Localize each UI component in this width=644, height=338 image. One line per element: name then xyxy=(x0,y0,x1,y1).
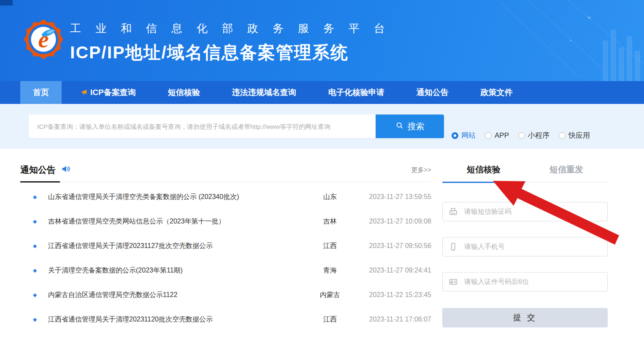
main-nav: 首页 ICP备案查询 短信核验 违法违规域名查询 电子化核验申请 通知公告 政策… xyxy=(0,81,644,104)
megaphone-icon xyxy=(81,88,87,97)
announcements-list: ◆ 山东省通信管理局关于清理空壳类备案数据的公示 (202340批次) 山东 2… xyxy=(20,185,431,332)
phone-icon xyxy=(449,242,458,251)
search-icon xyxy=(395,121,404,132)
nav-item-label: ICP备案查询 xyxy=(90,87,136,98)
radio-circle xyxy=(559,132,566,139)
search-section: 搜索 网站 APP 小程序 快应用 xyxy=(0,104,644,149)
main-content: 通知公告 更多>> ◆ 山东省通信管理局关于清理空壳类备案数据的公示 (2023… xyxy=(0,149,644,332)
diamond-bullet-icon: ◆ xyxy=(20,292,48,298)
nav-item-label: 电子化核验申请 xyxy=(328,87,384,98)
sms-code-input[interactable] xyxy=(463,207,601,216)
radio-label: 快应用 xyxy=(568,131,590,140)
nav-item-announcements[interactable]: 通知公告 xyxy=(404,81,461,104)
announcement-region: 青海 xyxy=(307,266,353,275)
announcement-title-link[interactable]: 江西省通信管理局关于清理20231127批次空壳数据公示 xyxy=(48,242,307,251)
id-number-input[interactable] xyxy=(463,278,601,286)
radio-circle xyxy=(518,132,525,139)
tab-sms-check[interactable]: 短信核验 xyxy=(442,164,525,182)
nav-item-icp-lookup[interactable]: ICP备案查询 xyxy=(68,81,149,104)
radio-website[interactable]: 网站 xyxy=(452,131,476,140)
announcement-date: 2023-11-27 09:24:41 xyxy=(353,267,431,274)
radio-quick-app[interactable]: 快应用 xyxy=(559,131,590,140)
nav-item-label: 短信核验 xyxy=(168,87,200,98)
list-item: ◆ 江西省通信管理局关于清理20231127批次空壳数据公示 江西 2023-1… xyxy=(20,234,431,258)
nav-item-label: 通知公告 xyxy=(417,87,449,98)
nav-item-home[interactable]: 首页 xyxy=(20,81,62,104)
list-item: ◆ 江西省通信管理局关于清理20231120批次空壳数据公示 江西 2023-1… xyxy=(20,307,431,332)
announcement-region: 内蒙古 xyxy=(307,291,353,300)
nav-item-illegal-domain-lookup[interactable]: 违法违规域名查询 xyxy=(219,81,309,104)
radio-circle xyxy=(452,132,458,139)
search-type-radio-group: 网站 APP 小程序 快应用 xyxy=(452,131,590,149)
announcements-title-underline xyxy=(20,181,60,183)
speaker-icon xyxy=(61,164,70,175)
radio-circle xyxy=(485,132,492,139)
phone-field[interactable] xyxy=(442,237,608,256)
nav-item-e-verification[interactable]: 电子化核验申请 xyxy=(316,81,397,104)
search-button-label: 搜索 xyxy=(408,121,425,132)
announcement-region: 山东 xyxy=(307,193,353,202)
radio-label: 网站 xyxy=(461,131,476,140)
radio-label: 小程序 xyxy=(528,131,549,140)
more-link[interactable]: 更多>> xyxy=(411,166,431,174)
announcement-region: 吉林 xyxy=(307,217,353,226)
announcement-date: 2023-11-22 15:23:45 xyxy=(353,291,431,299)
announcements-header: 通知公告 更多>> xyxy=(20,164,431,182)
diamond-bullet-icon: ◆ xyxy=(20,194,48,200)
search-button[interactable]: 搜索 xyxy=(376,114,444,138)
diamond-bullet-icon: ◆ xyxy=(20,316,48,322)
phone-input[interactable] xyxy=(463,243,601,251)
announcement-title-link[interactable]: 关于清理空壳备案数据的公示(2023年第11期) xyxy=(48,266,307,275)
diamond-bullet-icon: ◆ xyxy=(20,218,48,224)
list-item: ◆ 内蒙古自治区通信管理局空壳数据公示1122 内蒙古 2023-11-22 1… xyxy=(20,283,431,307)
announcements-title: 通知公告 xyxy=(20,164,56,176)
announcement-region: 江西 xyxy=(307,242,353,251)
announcement-title-link[interactable]: 内蒙古自治区通信管理局空壳数据公示1122 xyxy=(48,291,307,300)
list-item: ◆ 吉林省通信管理局空壳类网站信息公示（2023年第十一批） 吉林 2023-1… xyxy=(20,209,431,234)
radio-app[interactable]: APP xyxy=(485,131,509,140)
announcement-region: 江西 xyxy=(307,315,353,324)
nav-item-label: 违法违规域名查询 xyxy=(232,87,296,98)
id-card-icon xyxy=(449,277,458,286)
list-item: ◆ 关于清理空壳备案数据的公示(2023年第11期) 青海 2023-11-27… xyxy=(20,258,431,283)
announcement-title-link[interactable]: 吉林省通信管理局空壳类网站信息公示（2023年第十一批） xyxy=(48,217,307,226)
header-skyline-decoration xyxy=(463,0,644,81)
sms-panel-tabs: 短信核验 短信重发 xyxy=(442,164,608,183)
announcements-section: 通知公告 更多>> ◆ 山东省通信管理局关于清理空壳类备案数据的公示 (2023… xyxy=(20,164,431,332)
announcement-date: 2023-11-27 10:09:08 xyxy=(353,218,431,225)
submit-button[interactable]: 提 交 xyxy=(442,308,608,327)
radio-mini-program[interactable]: 小程序 xyxy=(518,131,549,140)
radio-label: APP xyxy=(495,131,509,140)
announcement-date: 2023-11-27 13:59:55 xyxy=(353,193,431,201)
announcement-date: 2023-11-21 17:06:07 xyxy=(353,316,431,323)
nav-item-sms-check[interactable]: 短信核验 xyxy=(155,81,213,104)
sms-verification-panel: 短信核验 短信重发 xyxy=(442,164,608,332)
system-title: ICP/IP地址/域名信息备案管理系统 xyxy=(70,41,399,64)
nav-item-label: 政策文件 xyxy=(481,87,513,98)
corner-decoration xyxy=(0,0,13,5)
hero-header: e 工业和信息化部政务服务平台 ICP/IP地址/域名信息备案管理系统 xyxy=(0,0,644,81)
svg-text:e: e xyxy=(38,26,49,52)
platform-title: 工业和信息化部政务服务平台 xyxy=(70,21,399,36)
search-input[interactable] xyxy=(29,114,376,138)
gear-e-logo-icon: e xyxy=(22,18,65,61)
list-item: ◆ 山东省通信管理局关于清理空壳类备案数据的公示 (202340批次) 山东 2… xyxy=(20,185,431,209)
announcement-date: 2023-11-27 09:50:56 xyxy=(353,242,431,250)
id-number-field[interactable] xyxy=(442,272,608,292)
tab-sms-resend[interactable]: 短信重发 xyxy=(525,164,608,182)
announcement-title-link[interactable]: 山东省通信管理局关于清理空壳类备案数据的公示 (202340批次) xyxy=(48,193,307,202)
search-group: 搜索 xyxy=(29,114,444,138)
diamond-bullet-icon: ◆ xyxy=(20,267,48,273)
nav-item-label: 首页 xyxy=(33,87,49,98)
announcement-title-link[interactable]: 江西省通信管理局关于清理20231120批次空壳数据公示 xyxy=(48,315,307,324)
sms-code-icon xyxy=(449,207,458,216)
sms-code-field[interactable] xyxy=(442,202,608,221)
header-titles: 工业和信息化部政务服务平台 ICP/IP地址/域名信息备案管理系统 xyxy=(70,21,399,64)
nav-item-policy-files[interactable]: 政策文件 xyxy=(468,81,525,104)
diamond-bullet-icon: ◆ xyxy=(20,243,48,249)
